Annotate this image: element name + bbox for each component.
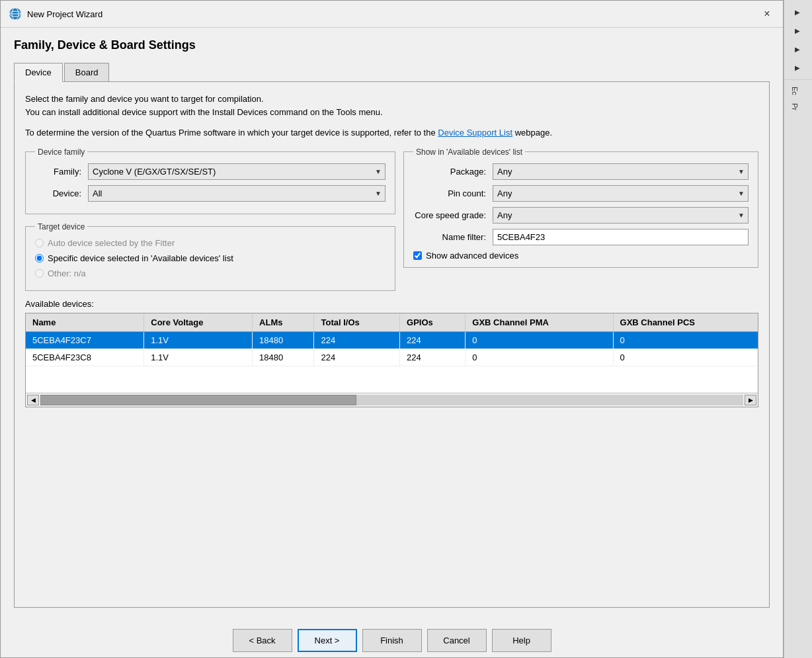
- col-gxb-pcs: GXB Channel PCS: [613, 313, 758, 332]
- desc-pre: To determine the version of the Quartus …: [25, 128, 438, 138]
- row2-gpios: 224: [400, 349, 466, 366]
- device-select-wrap: All ▼: [88, 185, 386, 202]
- back-button[interactable]: < Back: [233, 629, 292, 652]
- button-row: < Back Next > Finish Cancel Help: [1, 618, 783, 657]
- row1-gpios: 224: [400, 331, 466, 349]
- row1-alms: 18480: [253, 331, 314, 349]
- radio-specific: Specific device selected in 'Available d…: [35, 253, 386, 263]
- sidebar-btn-1[interactable]: ▶: [784, 3, 811, 21]
- sidebar-btn-4[interactable]: ▶: [784, 58, 811, 77]
- family-select-wrap: Cyclone V (E/GX/GT/SX/SE/ST) ▼: [88, 163, 386, 180]
- row2-name: 5CEBA4F23C8: [26, 349, 144, 366]
- row2-voltage: 1.1V: [144, 349, 253, 366]
- tabs-container: Device Board: [14, 63, 770, 82]
- package-row: Package: Any ▼: [413, 163, 749, 180]
- window-title: New Project Wizard: [27, 9, 102, 19]
- col-alms: ALMs: [253, 313, 314, 332]
- speed-grade-row: Core speed grade: Any ▼: [413, 207, 749, 224]
- cancel-button[interactable]: Cancel: [427, 629, 487, 652]
- col-gxb-pma: GXB Channel PMA: [466, 313, 613, 332]
- show-advanced-row: Show advanced devices: [413, 251, 749, 261]
- package-label: Package:: [413, 167, 493, 177]
- col-voltage: Core Voltage: [144, 313, 253, 332]
- sidebar-btn-2[interactable]: ▶: [784, 21, 811, 40]
- sidebar-icon-4: ▶: [795, 64, 800, 71]
- pin-count-label: Pin count:: [413, 188, 493, 198]
- row1-voltage: 1.1V: [144, 331, 253, 349]
- scroll-left-btn[interactable]: ◀: [27, 395, 39, 405]
- close-button[interactable]: ×: [759, 6, 775, 22]
- next-button[interactable]: Next >: [298, 629, 357, 652]
- devices-table: Name Core Voltage ALMs Total I/Os GPIOs …: [26, 313, 758, 393]
- name-filter-input[interactable]: [493, 229, 749, 245]
- device-family-box: Device family Family: Cyclone V (E/GX/GT…: [25, 147, 395, 214]
- package-select[interactable]: Any: [493, 163, 749, 180]
- row1-gxb-pma: 0: [466, 331, 613, 349]
- row1-ios: 224: [314, 331, 400, 349]
- scroll-thumb: [40, 395, 356, 405]
- pin-count-select[interactable]: Any: [493, 185, 749, 202]
- device-support-link[interactable]: Device Support List: [438, 128, 512, 138]
- name-filter-label: Name filter:: [413, 232, 493, 242]
- horizontal-scrollbar[interactable]: ◀ ▶: [26, 393, 758, 407]
- table-header-row: Name Core Voltage ALMs Total I/Os GPIOs …: [26, 313, 758, 332]
- desc-post: webpage.: [512, 128, 552, 138]
- title-bar: New Project Wizard ×: [1, 1, 783, 28]
- radio-specific-label: Specific device selected in 'Available d…: [48, 253, 233, 263]
- desc-line3: To determine the version of the Quartus …: [25, 126, 758, 140]
- radio-other: Other: n/a: [35, 268, 386, 278]
- radio-auto: Auto device selected by the Fitter: [35, 238, 386, 248]
- device-family-legend: Device family: [35, 147, 87, 157]
- table-row[interactable]: 5CEBA4F23C8 1.1V 18480 224 224 0 0: [26, 349, 758, 366]
- radio-auto-label: Auto device selected by the Fitter: [48, 238, 175, 248]
- target-device-legend: Target device: [35, 222, 87, 231]
- tab-board[interactable]: Board: [64, 63, 110, 81]
- left-column: Device family Family: Cyclone V (E/GX/GT…: [25, 147, 395, 291]
- radio-other-label: Other: n/a: [48, 268, 86, 278]
- device-label: Device:: [35, 188, 88, 198]
- sidebar-section-1: ▶ ▶ ▶ ▶: [784, 0, 812, 80]
- row2-ios: 224: [314, 349, 400, 366]
- filters-box: Show in 'Available devices' list Package…: [403, 147, 758, 268]
- row1-name: 5CEBA4F23C7: [26, 331, 144, 349]
- devices-table-wrap: Name Core Voltage ALMs Total I/Os GPIOs …: [25, 313, 758, 407]
- speed-grade-select[interactable]: Any: [493, 207, 749, 224]
- scroll-right-btn[interactable]: ▶: [745, 395, 756, 405]
- desc-line2: You can install additional device suppor…: [25, 106, 758, 119]
- show-advanced-label: Show advanced devices: [426, 251, 518, 261]
- row2-gxb-pma: 0: [466, 349, 613, 366]
- help-button[interactable]: Help: [492, 629, 551, 652]
- right-column: Show in 'Available devices' list Package…: [403, 147, 758, 291]
- row1-gxb-pcs: 0: [613, 331, 758, 349]
- col-gpios: GPIOs: [400, 313, 466, 332]
- speed-grade-select-wrap: Any ▼: [493, 207, 749, 224]
- pin-count-select-wrap: Any ▼: [493, 185, 749, 202]
- package-select-wrap: Any ▼: [493, 163, 749, 180]
- content-area: Family, Device & Board Settings Device B…: [1, 28, 783, 618]
- description: Select the family and device you want to…: [25, 93, 758, 118]
- col-total-ios: Total I/Os: [314, 313, 400, 332]
- devices-label: Available devices:: [25, 299, 758, 309]
- radio-other-input[interactable]: [35, 269, 44, 278]
- two-column: Device family Family: Cyclone V (E/GX/GT…: [25, 147, 758, 291]
- devices-section: Available devices: Name Core Voltage ALM…: [25, 299, 758, 407]
- sidebar-label-ec[interactable]: Ec: [784, 83, 805, 99]
- sidebar-btn-3[interactable]: ▶: [784, 40, 811, 58]
- device-row: Device: All ▼: [35, 185, 386, 202]
- sidebar-icon-2: ▶: [795, 27, 800, 34]
- scroll-track[interactable]: [40, 395, 743, 405]
- finish-button[interactable]: Finish: [362, 629, 422, 652]
- table-row[interactable]: 5CEBA4F23C7 1.1V 18480 224 224 0 0: [26, 331, 758, 349]
- right-sidebar: ▶ ▶ ▶ ▶ Ec Pr: [784, 0, 812, 658]
- col-name: Name: [26, 313, 144, 332]
- sidebar-label-pr[interactable]: Pr: [784, 99, 805, 114]
- family-row: Family: Cyclone V (E/GX/GT/SX/SE/ST) ▼: [35, 163, 386, 180]
- tab-device[interactable]: Device: [14, 63, 63, 82]
- radio-auto-input[interactable]: [35, 239, 44, 247]
- device-select[interactable]: All: [88, 185, 386, 202]
- empty-row: [26, 366, 758, 392]
- show-advanced-checkbox[interactable]: [413, 251, 422, 260]
- family-select[interactable]: Cyclone V (E/GX/GT/SX/SE/ST): [88, 163, 386, 180]
- family-label: Family:: [35, 167, 88, 177]
- radio-specific-input[interactable]: [35, 254, 44, 263]
